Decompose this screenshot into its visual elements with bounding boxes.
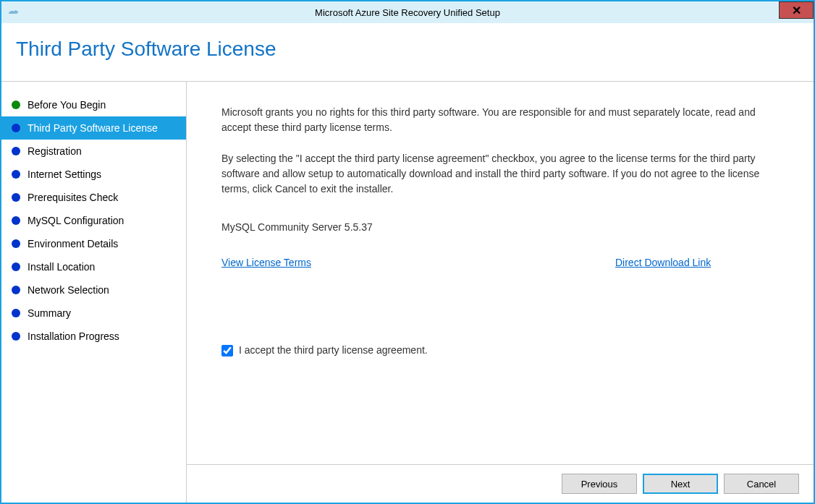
close-icon: ✕ bbox=[792, 4, 801, 17]
content-panel: Microsoft grants you no rights for this … bbox=[187, 82, 814, 503]
close-button[interactable]: ✕ bbox=[779, 1, 814, 19]
wizard-sidebar: Before You BeginThird Party Software Lic… bbox=[1, 82, 187, 503]
status-bullet-icon bbox=[12, 262, 20, 271]
sidebar-item-label: MySQL Configuration bbox=[28, 215, 124, 226]
sidebar-item-2[interactable]: Registration bbox=[1, 140, 186, 163]
sidebar-item-6[interactable]: Environment Details bbox=[1, 232, 186, 255]
sidebar-item-label: Summary bbox=[28, 307, 71, 319]
sidebar-item-label: Install Location bbox=[28, 261, 95, 273]
sidebar-item-label: Network Selection bbox=[28, 284, 109, 296]
sidebar-item-3[interactable]: Internet Settings bbox=[1, 163, 186, 186]
page-header: Third Party Software License bbox=[1, 23, 814, 82]
main-body: Before You BeginThird Party Software Lic… bbox=[1, 82, 814, 503]
product-name: MySQL Community Server 5.5.37 bbox=[221, 220, 779, 235]
accept-row: I accept the third party license agreeme… bbox=[221, 343, 779, 358]
status-bullet-icon bbox=[12, 216, 20, 225]
status-bullet-icon bbox=[12, 332, 20, 341]
sidebar-item-label: Prerequisites Check bbox=[28, 192, 118, 203]
view-license-link[interactable]: View License Terms bbox=[221, 255, 311, 270]
sidebar-item-5[interactable]: MySQL Configuration bbox=[1, 209, 186, 232]
sidebar-item-4[interactable]: Prerequisites Check bbox=[1, 186, 186, 209]
sidebar-item-7[interactable]: Install Location bbox=[1, 255, 186, 278]
sidebar-item-9[interactable]: Summary bbox=[1, 302, 186, 325]
status-bullet-icon bbox=[12, 309, 20, 317]
sidebar-item-label: Internet Settings bbox=[28, 168, 101, 180]
status-bullet-icon bbox=[12, 239, 20, 248]
sidebar-item-label: Registration bbox=[28, 145, 82, 157]
license-paragraph-2: By selecting the "I accept the third par… bbox=[221, 151, 779, 197]
sidebar-item-label: Environment Details bbox=[28, 238, 118, 249]
status-bullet-icon bbox=[12, 147, 20, 155]
direct-download-link[interactable]: Direct Download Link bbox=[615, 255, 711, 270]
accept-label[interactable]: I accept the third party license agreeme… bbox=[239, 343, 428, 358]
sidebar-item-1[interactable]: Third Party Software License bbox=[1, 116, 186, 140]
status-bullet-icon bbox=[12, 193, 20, 202]
previous-button[interactable]: Previous bbox=[562, 474, 637, 494]
sidebar-item-0[interactable]: Before You Begin bbox=[1, 93, 186, 116]
sidebar-item-label: Installation Progress bbox=[28, 330, 119, 342]
status-bullet-icon bbox=[12, 170, 20, 179]
link-row: View License Terms Direct Download Link bbox=[221, 255, 779, 270]
sidebar-item-8[interactable]: Network Selection bbox=[1, 278, 186, 302]
window-title: Microsoft Azure Site Recovery Unified Se… bbox=[315, 7, 500, 18]
cancel-button[interactable]: Cancel bbox=[724, 474, 799, 494]
content-inner: Microsoft grants you no rights for this … bbox=[187, 82, 814, 464]
sidebar-item-label: Third Party Software License bbox=[28, 122, 158, 134]
license-paragraph-1: Microsoft grants you no rights for this … bbox=[221, 105, 779, 135]
next-button[interactable]: Next bbox=[643, 474, 718, 494]
sidebar-item-label: Before You Begin bbox=[28, 99, 106, 111]
page-title: Third Party Software License bbox=[16, 38, 799, 61]
titlebar: Microsoft Azure Site Recovery Unified Se… bbox=[1, 1, 814, 23]
status-bullet-icon bbox=[12, 286, 20, 294]
status-bullet-icon bbox=[12, 101, 20, 109]
status-bullet-icon bbox=[12, 124, 20, 132]
accept-checkbox[interactable] bbox=[221, 345, 233, 356]
footer-buttons: Previous Next Cancel bbox=[187, 464, 814, 503]
sidebar-item-10[interactable]: Installation Progress bbox=[1, 325, 186, 348]
app-icon bbox=[6, 6, 19, 19]
